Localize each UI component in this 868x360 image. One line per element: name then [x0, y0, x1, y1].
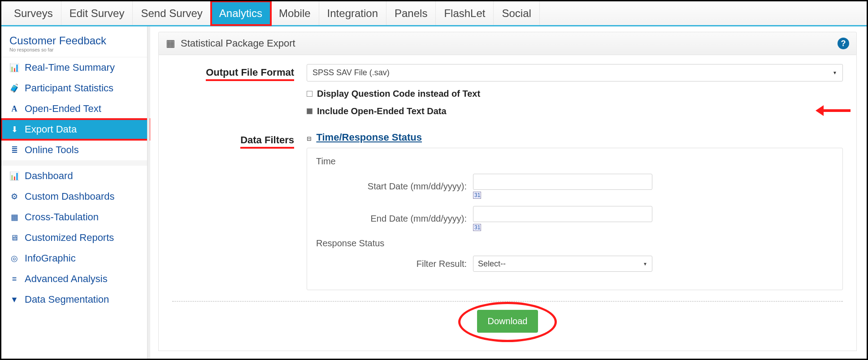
- tab-mobile[interactable]: Mobile: [271, 1, 319, 25]
- sidebar-item-advanced-analysis[interactable]: ≡ Advanced Analysis: [1, 269, 150, 289]
- sidebar-item-dashboard[interactable]: 📊 Dashboard: [1, 166, 150, 186]
- output-format-value: SPSS SAV File (.sav): [312, 68, 390, 77]
- tab-social[interactable]: Social: [494, 1, 539, 25]
- tab-panels[interactable]: Panels: [386, 1, 436, 25]
- tab-surveys[interactable]: Surveys: [6, 1, 61, 25]
- sidebar-item-label: Data Segmentation: [25, 294, 109, 305]
- sidebar-item-label: Advanced Analysis: [25, 273, 108, 285]
- download-button[interactable]: Download: [477, 310, 538, 333]
- output-format-select[interactable]: SPSS SAV File (.sav) ▼: [307, 64, 843, 81]
- download-icon: ⬇: [9, 124, 19, 134]
- sidebar-item-data-segmentation[interactable]: ▼ Data Segmentation: [1, 289, 150, 310]
- sidebar-item-label: Participant Statistics: [25, 82, 113, 94]
- end-date-input[interactable]: [473, 206, 652, 222]
- output-format-label: Output File Format: [172, 64, 307, 81]
- display-question-code-label: Display Question Code instead of Text: [317, 89, 480, 99]
- filter-icon: ▼: [9, 295, 19, 304]
- sidebar-item-label: Cross-Tabulation: [25, 211, 99, 223]
- response-status-heading: Response Status: [316, 238, 833, 249]
- filter-box: Time Start Date (mm/dd/yyyy): 31 End Dat…: [307, 148, 843, 290]
- survey-title: Customer Feedback: [1, 33, 150, 47]
- sidebar-item-export-data[interactable]: ⬇ Export Data: [1, 119, 150, 140]
- tab-flashlet[interactable]: FlashLet: [436, 1, 494, 25]
- survey-subtitle: No responses so far: [1, 47, 150, 57]
- time-heading: Time: [316, 156, 833, 167]
- filter-result-label: Filter Result:: [316, 259, 473, 269]
- sidebar-item-realtime-summary[interactable]: 📊 Real-Time Summary: [1, 57, 150, 78]
- start-date-input[interactable]: [473, 174, 652, 190]
- sidebar-item-custom-dashboards[interactable]: ⚙ Custom Dashboards: [1, 186, 150, 207]
- calendar-icon[interactable]: 31: [473, 192, 481, 199]
- font-icon: A: [9, 104, 19, 114]
- help-icon[interactable]: ?: [838, 38, 849, 49]
- tab-integration[interactable]: Integration: [319, 1, 386, 25]
- sidebar-item-customized-reports[interactable]: 🖥 Customized Reports: [1, 227, 150, 248]
- chart-icon: 📊: [9, 171, 19, 181]
- tab-send-survey[interactable]: Send Survey: [133, 1, 211, 25]
- top-nav: Surveys Edit Survey Send Survey Analytic…: [1, 1, 867, 26]
- sidebar-item-online-tools[interactable]: ≣ Online Tools: [1, 140, 150, 160]
- sidebar-item-participant-statistics[interactable]: 🧳 Participant Statistics: [1, 78, 150, 99]
- monitor-icon: 🖥: [9, 233, 19, 243]
- target-icon: ◎: [9, 253, 19, 263]
- table-icon: ▦: [166, 38, 175, 49]
- time-response-status-link[interactable]: Time/Response Status: [316, 132, 422, 143]
- data-filters-label: Data Filters: [172, 132, 307, 149]
- briefcase-icon: 🧳: [9, 83, 19, 93]
- grid-icon: ▦: [9, 212, 19, 222]
- tab-analytics[interactable]: Analytics: [211, 1, 271, 25]
- sidebar-item-label: Customized Reports: [25, 232, 114, 244]
- sidebar-divider: [1, 160, 150, 166]
- display-question-code-checkbox[interactable]: [307, 91, 312, 97]
- start-date-label: Start Date (mm/dd/yyyy):: [316, 181, 473, 192]
- chevron-down-icon: ▼: [643, 261, 647, 266]
- sidebar-item-infographic[interactable]: ◎ InfoGraphic: [1, 248, 150, 269]
- sidebar-item-label: Real-Time Summary: [25, 62, 115, 73]
- sidebar-item-label: Online Tools: [25, 144, 79, 156]
- separator: [172, 301, 843, 302]
- sidebar-item-cross-tabulation[interactable]: ▦ Cross-Tabulation: [1, 207, 150, 227]
- sidebar-item-open-ended-text[interactable]: A Open-Ended Text: [1, 99, 150, 119]
- filter-result-value: Select--: [478, 259, 506, 269]
- include-open-ended-checkbox[interactable]: [307, 108, 312, 114]
- chart-icon: 📊: [9, 63, 19, 73]
- filter-result-select[interactable]: Select-- ▼: [473, 256, 652, 272]
- calendar-icon[interactable]: 31: [473, 224, 481, 231]
- panel-header: ▦ Statistical Package Export ?: [158, 32, 857, 55]
- sidebar-item-label: Dashboard: [25, 170, 73, 182]
- chevron-down-icon: ▼: [833, 70, 837, 75]
- sidebar-item-label: InfoGraphic: [25, 253, 76, 264]
- sidebar-item-label: Export Data: [25, 124, 77, 135]
- tab-edit-survey[interactable]: Edit Survey: [61, 1, 133, 25]
- sidebar-item-label: Open-Ended Text: [25, 103, 101, 115]
- bars-icon: ≡: [9, 274, 19, 284]
- panel-body: Output File Format SPSS SAV File (.sav) …: [158, 55, 857, 351]
- end-date-label: End Date (mm/dd/yyyy):: [316, 214, 473, 224]
- sidebar: Customer Feedback No responses so far 📊 …: [1, 26, 150, 359]
- sidebar-item-label: Custom Dashboards: [25, 191, 115, 202]
- sidebar-scrollbar[interactable]: [147, 26, 150, 359]
- collapse-toggle-icon[interactable]: ⊟: [307, 135, 312, 142]
- main-panel: ▦ Statistical Package Export ? Output Fi…: [150, 26, 867, 359]
- panel-title: Statistical Package Export: [181, 38, 295, 49]
- include-open-ended-label: Include Open-Ended Text Data: [317, 106, 447, 116]
- gears-icon: ⚙: [9, 192, 19, 201]
- list-icon: ≣: [9, 145, 19, 155]
